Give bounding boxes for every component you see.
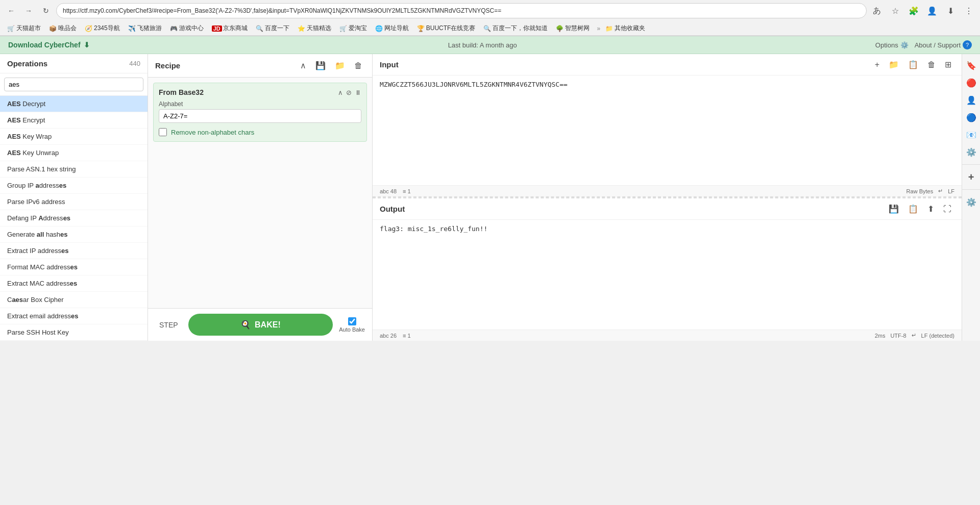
auto-bake-checkbox[interactable] xyxy=(348,317,356,325)
more-bookmarks[interactable]: » xyxy=(597,25,600,32)
sidebar-red-icon[interactable]: 🔴 xyxy=(964,75,978,90)
bake-icon: 🍳 xyxy=(240,320,251,330)
output-copy-button[interactable]: 📋 xyxy=(905,203,921,215)
sidebar-add-icon[interactable]: + xyxy=(964,170,978,184)
sidebar-settings-icon[interactable]: ⚙️ xyxy=(964,145,978,159)
profile-icon[interactable]: 👤 xyxy=(925,4,939,18)
input-toolbar: + 📁 📋 🗑 ⊞ xyxy=(872,58,954,71)
recipe-step-controls: ∧ ⊘ ⏸ xyxy=(338,89,361,96)
input-add-button[interactable]: + xyxy=(872,59,883,71)
search-input[interactable] xyxy=(4,78,143,91)
sidebar-item-aes-decrypt[interactable]: AES Decrypt xyxy=(0,96,148,112)
input-header: Input + 📁 📋 🗑 ⊞ xyxy=(373,54,962,75)
input-title: Input xyxy=(380,60,399,69)
bookmark-taobao[interactable]: 🛒 爱淘宝 xyxy=(336,23,370,34)
sidebar-item-group-ip[interactable]: Group IP addresses xyxy=(0,178,148,194)
address-bar[interactable] xyxy=(56,3,867,18)
recipe-panel: Recipe ∧ 💾 📁 🗑 From Base32 ∧ ⊘ ⏸ xyxy=(148,54,373,341)
bookmark-vip[interactable]: 📦 唯品会 xyxy=(46,23,80,34)
sidebar-item-defang-ip[interactable]: Defang IP Addresses xyxy=(0,210,148,226)
sidebar-item-aes-key-wrap[interactable]: AES Key Wrap xyxy=(0,129,148,145)
sidebar-gear-icon[interactable]: ⚙️ xyxy=(964,195,978,209)
bookmark-tianmao[interactable]: 🛒 天猫超市 xyxy=(4,23,44,34)
sidebar-mail-icon[interactable]: 📧 xyxy=(964,128,978,142)
download-cyberchef[interactable]: Download CyberChef ⬇ xyxy=(8,41,90,49)
bookmark-tianmao2[interactable]: ⭐ 天猫精选 xyxy=(295,23,334,34)
sidebar-item-aes-key-unwrap[interactable]: AES Key Unwrap xyxy=(0,145,148,161)
bookmark-buuctf[interactable]: 🏆 BUUCTF在线竞赛 xyxy=(414,23,479,34)
sidebar-item-extract-ip[interactable]: Extract IP addresses xyxy=(0,243,148,259)
recipe-folder-button[interactable]: 📁 xyxy=(332,59,348,72)
about-button[interactable]: About / Support ? xyxy=(915,40,972,49)
bookmark-baidu2[interactable]: 🔍 百度一下，你就知道 xyxy=(480,23,551,34)
input-folder-button[interactable]: 📁 xyxy=(886,58,902,71)
recipe-step-from-base32: From Base32 ∧ ⊘ ⏸ Alphabet Remove non-al… xyxy=(153,83,367,142)
step-button[interactable]: STEP xyxy=(155,319,182,331)
forward-button[interactable]: → xyxy=(21,4,36,18)
sidebar-item-hashes[interactable]: Generate all hashes xyxy=(0,226,148,243)
output-time: 2ms xyxy=(875,333,886,339)
recipe-step-collapse-icon[interactable]: ∧ xyxy=(338,89,343,96)
browser-toolbar: ← → ↻ あ ☆ 🧩 👤 ⬇ ⋮ xyxy=(0,0,980,21)
sidebar-item-asn1[interactable]: Parse ASN.1 hex string xyxy=(0,161,148,178)
sidebar-item-extract-mac[interactable]: Extract MAC addresses xyxy=(0,275,148,292)
bookmark-nav[interactable]: 🌐 网址导航 xyxy=(372,23,412,34)
sidebar-item-format-mac[interactable]: Format MAC addresses xyxy=(0,259,148,275)
recipe-clear-button[interactable]: 🗑 xyxy=(352,60,365,72)
input-clear-button[interactable]: 🗑 xyxy=(924,59,939,71)
output-section: Output 💾 📋 ⬆ ⛶ flag3: misc_1s_re6lly_fun… xyxy=(373,197,962,341)
input-paste-button[interactable]: 📋 xyxy=(905,58,921,71)
sidebar-item-extract-email[interactable]: Extract email addresses xyxy=(0,308,148,324)
output-statusbar-right: 2ms UTF-8 ↵ LF (detected) xyxy=(875,332,954,339)
recipe-collapse-button[interactable]: ∧ xyxy=(298,59,309,72)
recipe-save-button[interactable]: 💾 xyxy=(313,59,328,72)
bookmark-feizhu[interactable]: ✈️ 飞猪旅游 xyxy=(125,23,165,34)
output-lines-label: ≡ 1 xyxy=(403,333,411,339)
sidebar-bookmark-icon[interactable]: 🔖 xyxy=(964,58,978,72)
bookmark-baidu[interactable]: 🔍 百度一下 xyxy=(253,23,292,34)
bookmark-2345[interactable]: 🧭 2345导航 xyxy=(82,23,123,34)
refresh-button[interactable]: ↻ xyxy=(39,4,53,18)
bake-button[interactable]: 🍳 BAKE! xyxy=(188,314,333,336)
output-save-button[interactable]: 💾 xyxy=(886,203,902,215)
sidebar-item-caesar[interactable]: Caesar Box Cipher xyxy=(0,292,148,308)
options-button[interactable]: Options ⚙️ xyxy=(875,41,909,49)
sidebar-item-ssh[interactable]: Parse SSH Host Key xyxy=(0,324,148,341)
remove-non-alphabet-label[interactable]: Remove non-alphabet chars xyxy=(171,129,254,136)
sidebar-user-icon[interactable]: 👤 xyxy=(964,93,978,107)
bake-label: BAKE! xyxy=(255,320,281,330)
output-encoding: UTF-8 xyxy=(890,333,906,339)
download-icon: ⬇ xyxy=(84,41,90,49)
bookmark-jd[interactable]: JD 京东商城 xyxy=(209,23,251,34)
sidebar-item-aes-encrypt[interactable]: AES Encrypt xyxy=(0,112,148,129)
input-textarea[interactable]: MZWGCZZT566JU3LJONRV6MLTL5ZGKNTMNR4V6ZTV… xyxy=(373,75,962,185)
extensions-icon[interactable]: 🧩 xyxy=(906,4,921,18)
output-replace-button[interactable]: ⬆ xyxy=(924,203,937,215)
bookmark-zhihushu[interactable]: 🌳 智慧树网 xyxy=(553,23,593,34)
recipe-toolbar: ∧ 💾 📁 🗑 xyxy=(298,59,365,72)
remove-non-alphabet-row: Remove non-alphabet chars xyxy=(159,128,361,136)
star-icon[interactable]: ☆ xyxy=(888,4,902,18)
output-statusbar: abc 26 ≡ 1 2ms UTF-8 ↵ LF (detected) xyxy=(373,330,962,341)
browser-chrome: ← → ↻ あ ☆ 🧩 👤 ⬇ ⋮ 🛒 天猫超市 📦 唯品会 🧭 2345导航 … xyxy=(0,0,980,36)
sidebar-blue-icon[interactable]: 🔵 xyxy=(964,110,978,124)
more-icon[interactable]: ⋮ xyxy=(962,4,976,18)
output-lf-label: LF (detected) xyxy=(921,333,954,339)
recipe-step-pause-icon[interactable]: ⏸ xyxy=(355,89,361,96)
translate-icon[interactable]: あ xyxy=(870,4,884,18)
sidebar-item-ipv6[interactable]: Parse IPv6 address xyxy=(0,194,148,210)
bookmark-others[interactable]: 📁 其他收藏夹 xyxy=(602,23,648,34)
sidebar-header: Operations 440 xyxy=(0,54,148,73)
auto-bake-label[interactable]: Auto Bake xyxy=(339,326,365,333)
download-icon[interactable]: ⬇ xyxy=(943,4,958,18)
app-topbar: Download CyberChef ⬇ Last build: A month… xyxy=(0,36,980,54)
recipe-step-disable-icon[interactable]: ⊘ xyxy=(346,89,352,96)
io-panel: Input + 📁 📋 🗑 ⊞ MZWGCZZT566JU3LJONRV6MLT… xyxy=(373,54,962,341)
remove-non-alphabet-checkbox[interactable] xyxy=(159,128,167,136)
alphabet-input[interactable] xyxy=(159,109,361,123)
back-button[interactable]: ← xyxy=(4,4,18,18)
input-tabs-button[interactable]: ⊞ xyxy=(942,58,954,71)
output-fullscreen-button[interactable]: ⛶ xyxy=(940,203,954,215)
bookmark-games[interactable]: 🎮 游戏中心 xyxy=(167,23,207,34)
output-content: flag3: misc_1s_re6lly_fun!! xyxy=(373,220,962,330)
